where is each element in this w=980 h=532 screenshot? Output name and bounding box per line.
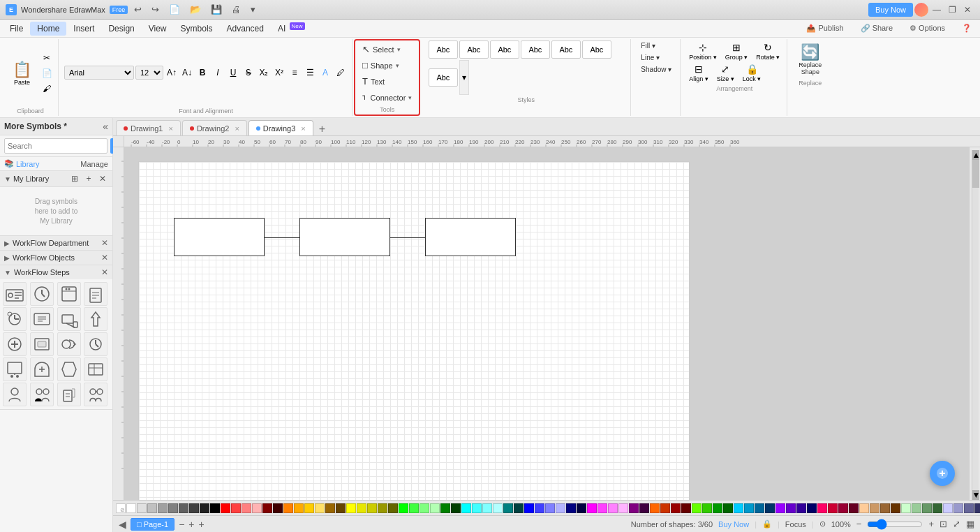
paste-btn[interactable]: 📋 Paste (7, 58, 37, 89)
color-swatch[interactable] (283, 503, 293, 513)
connector-tool-btn[interactable]: ⌐ Connector ▾ (357, 90, 417, 105)
step-icon-20[interactable] (84, 383, 107, 406)
color-swatch[interactable] (378, 503, 387, 513)
vscroll-down-btn[interactable]: ▼ (972, 490, 979, 500)
step-icon-11[interactable] (57, 332, 81, 356)
color-swatch[interactable] (775, 503, 785, 513)
more-btn[interactable]: ▾ (248, 3, 258, 16)
color-swatch[interactable] (430, 503, 440, 513)
color-swatch[interactable] (880, 503, 890, 513)
subscript-btn[interactable]: X₂ (257, 66, 271, 80)
line-btn[interactable]: Line ▾ (637, 52, 676, 63)
panel-toggle-btn[interactable]: ▦ (966, 519, 974, 529)
copy-btn[interactable]: 📄 (40, 66, 54, 80)
color-swatch[interactable] (765, 503, 775, 513)
shadow-btn[interactable]: Shadow ▾ (637, 64, 676, 75)
color-swatch[interactable] (346, 503, 356, 513)
tab-close-2[interactable]: × (235, 124, 239, 133)
font-size-select[interactable]: 12 (135, 66, 163, 80)
tab-close-1[interactable]: × (168, 124, 172, 133)
minimize-btn[interactable]: — (930, 3, 944, 17)
focus-label[interactable]: Focus (785, 520, 806, 529)
open-btn[interactable]: 📂 (188, 3, 203, 16)
color-swatch[interactable] (189, 503, 199, 513)
step-icon-8[interactable] (84, 307, 107, 331)
color-swatch[interactable] (409, 503, 419, 513)
publish-btn[interactable]: 📤 Publish (801, 22, 849, 35)
color-swatch[interactable] (608, 503, 618, 513)
step-icon-15[interactable] (57, 357, 81, 381)
color-swatch[interactable] (786, 503, 796, 513)
panel-collapse-btn[interactable]: « (103, 121, 108, 132)
expand-lib-btn[interactable]: ⊞ (69, 173, 80, 184)
color-swatch[interactable] (849, 503, 859, 513)
color-swatch[interactable] (126, 503, 136, 513)
color-swatch[interactable] (943, 503, 953, 513)
menu-symbols[interactable]: Symbols (174, 22, 220, 36)
menu-view[interactable]: View (142, 22, 174, 36)
color-swatch[interactable] (451, 503, 461, 513)
workflow-department-header[interactable]: ▶ WorkFlow Department ✕ (0, 236, 112, 250)
color-swatch[interactable] (179, 503, 188, 513)
share-btn[interactable]: 🔗 Share (855, 22, 898, 35)
color-swatch[interactable] (524, 503, 534, 513)
replace-shape-btn[interactable]: 🔄 ReplaceShape (793, 40, 827, 78)
undo-btn[interactable]: ↩ (132, 3, 144, 16)
color-swatch[interactable] (472, 503, 482, 513)
step-icon-12[interactable] (84, 332, 107, 356)
manage-btn[interactable]: Manage (80, 160, 108, 168)
vscroll-up-btn[interactable]: ▲ (972, 150, 979, 160)
zoom-plus-btn[interactable]: + (928, 519, 934, 529)
color-swatch[interactable] (294, 503, 304, 513)
buy-now-status-btn[interactable]: Buy Now (718, 520, 749, 529)
color-none[interactable]: ⊘ (116, 503, 126, 513)
tab-close-3[interactable]: × (301, 124, 305, 133)
color-swatch[interactable] (440, 503, 450, 513)
menu-ai[interactable]: AI New (271, 21, 312, 36)
font-color-btn[interactable]: A (318, 66, 332, 80)
color-swatch[interactable] (556, 503, 565, 513)
help-btn[interactable]: ❓ (956, 22, 977, 35)
font-family-select[interactable]: Arial (64, 66, 134, 80)
align-btn[interactable]: ≡ (288, 66, 302, 80)
menu-insert[interactable]: Insert (66, 22, 101, 36)
color-swatch[interactable] (650, 503, 660, 513)
color-swatch[interactable] (734, 503, 743, 513)
bold-btn[interactable]: B (195, 66, 209, 80)
styles-more-btn[interactable]: ▾ (459, 60, 469, 95)
canvas-area[interactable] (124, 147, 969, 500)
step-icon-2[interactable] (30, 282, 54, 306)
text-tool-btn[interactable]: T Text (357, 74, 417, 89)
color-swatch[interactable] (210, 503, 220, 513)
step-icon-5[interactable] (3, 307, 27, 331)
fit-page-btn[interactable]: ⊡ (940, 519, 947, 529)
color-swatch[interactable] (838, 503, 848, 513)
color-swatch[interactable] (692, 503, 701, 513)
close-lib-btn[interactable]: ✕ (97, 173, 108, 184)
color-swatch[interactable] (336, 503, 346, 513)
step-icon-13[interactable] (3, 357, 27, 381)
color-swatch[interactable] (535, 503, 544, 513)
color-swatch[interactable] (420, 503, 429, 513)
color-swatch[interactable] (807, 503, 817, 513)
step-icon-18[interactable] (30, 383, 54, 406)
color-swatch[interactable] (912, 503, 921, 513)
step-icon-3[interactable] (57, 282, 81, 306)
search-input[interactable] (4, 138, 107, 154)
redo-btn[interactable]: ↪ (149, 3, 161, 16)
floating-action-btn[interactable] (930, 461, 955, 486)
color-swatch[interactable] (137, 503, 147, 513)
increase-font-btn[interactable]: A↑ (165, 66, 179, 80)
color-swatch[interactable] (953, 503, 963, 513)
workflow-steps-header[interactable]: ▼ WorkFlow Steps ✕ (0, 265, 112, 279)
color-swatch[interactable] (660, 503, 670, 513)
strikethrough-btn[interactable]: S̶ (242, 66, 255, 80)
color-swatch[interactable] (399, 503, 408, 513)
color-swatch[interactable] (713, 503, 722, 513)
align-btn[interactable]: ⊟ Align ▾ (686, 62, 711, 84)
color-swatch[interactable] (597, 503, 607, 513)
step-icon-7[interactable] (57, 307, 81, 331)
color-swatch[interactable] (315, 503, 325, 513)
color-swatch[interactable] (566, 503, 576, 513)
color-swatch[interactable] (514, 503, 524, 513)
